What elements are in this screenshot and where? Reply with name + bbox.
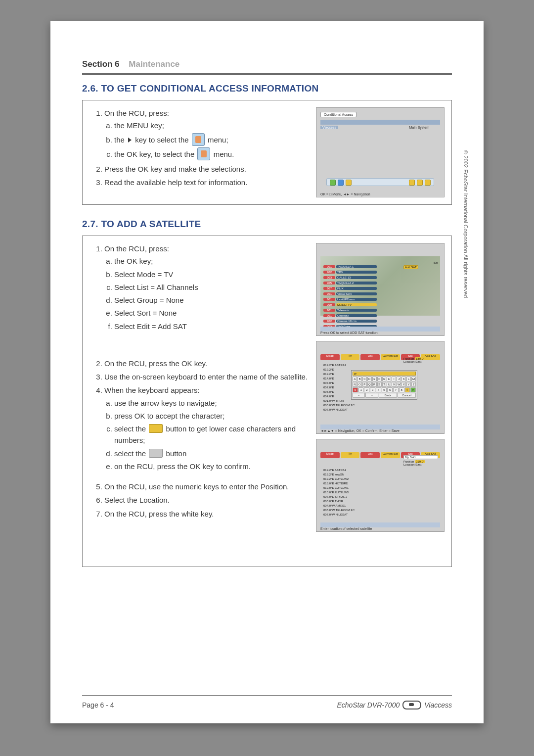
step-1a: the MENU key; — [114, 120, 309, 131]
s27-step-7: On the RCU, press the white key. — [104, 508, 309, 520]
shotA-help: Press OK to select ADD SAT function — [320, 331, 378, 334]
shot-subbar: Viaccess — [320, 126, 338, 129]
shotA-add-sat-btn: Add SAT — [403, 265, 418, 269]
step-1: On the RCU, press: the MENU key; the key… — [104, 107, 309, 160]
screenshot-add-sat-keyboard: ModeTVListCurrent SatSatAdd SAT Position… — [316, 341, 445, 434]
shot-help: OK = □ Menu, ◄► = Navigation — [320, 192, 370, 196]
s27-4a: use the arrow keys to navigate; — [114, 397, 309, 409]
s27-1d: Select Group = None — [114, 294, 309, 306]
footer-suffix: Viaccess — [424, 701, 452, 709]
s27-step-5: On the RCU, use the numeric keys to ente… — [104, 481, 309, 492]
shotA-channel-list: 301TAQUILLA 1302TBV303CALLE 13305TAQUILL… — [323, 264, 377, 330]
s27-step-4-text: When the keyboard appears: — [104, 386, 200, 394]
s27-4e: on the RCU, press the OK key to confirm. — [114, 461, 309, 472]
header-rule — [82, 73, 452, 75]
heading-2-7: 2.7. TO ADD A SATELLITE — [82, 219, 452, 230]
footer-model-text: EchoStar DVR-7000 — [337, 701, 400, 709]
screenshot-add-sat-list: ModeTVListCurrent SatSatNone Sat Add SAT… — [316, 243, 445, 336]
screenshot-conditional-access: Conditional Access Viaccess Main System … — [316, 107, 445, 197]
document-page: © 2002 EchoStar International Corporatio… — [50, 21, 484, 723]
s27-step-1-text: On the RCU, press: — [104, 244, 169, 253]
s27-4d-post: button — [166, 449, 187, 458]
step-1c: the OK key, to select the menu. — [114, 147, 309, 160]
s27-step-6: Select the Location. — [104, 494, 309, 506]
step-1b-post: menu; — [208, 136, 228, 144]
step-1b-mid: key to select the — [135, 136, 191, 144]
right-arrow-icon — [128, 138, 132, 142]
s27-4d-pre: select the — [114, 449, 148, 458]
step-1c-post: menu. — [214, 150, 234, 158]
shot-title: Conditional Access — [320, 112, 356, 117]
s27-1b: Select Mode = TV — [114, 269, 309, 280]
shotC-name: My Sat1 — [403, 455, 438, 459]
section-title: Maintenance — [129, 59, 179, 69]
enter-key-icon — [149, 449, 163, 458]
step-1-text: On the RCU, press: — [104, 109, 169, 117]
shotB-keyboard: pr ABCDEFGHIJKLM NOPQRSTUVWXYZ 012345678… — [351, 370, 417, 400]
shotB-help: ◄►▲▼ = Navigation, OK = Confirm, Enter =… — [320, 429, 400, 432]
s27-1a: the OK key; — [114, 255, 309, 267]
s27-4d: select the button — [114, 448, 309, 459]
page-number: Page 6 - 4 — [82, 701, 114, 709]
box-2-6: On the RCU, press: the MENU key; the key… — [82, 100, 452, 205]
brand-logo-icon — [402, 701, 421, 709]
s27-step-1: On the RCU, press: the OK key; Select Mo… — [104, 243, 309, 356]
screenshot-add-sat-position: ModeTVListCurrent SatSatAdd SAT My Sat1 … — [316, 439, 445, 532]
section-number: Section 6 — [82, 59, 120, 69]
shot-launcher — [326, 178, 434, 186]
footer-model: EchoStar DVR-7000 Viaccess — [337, 701, 452, 709]
shotB-loc-label: Location — [403, 360, 415, 363]
s27-4c-pre: select the — [114, 425, 148, 433]
step-1b: the key to select the menu; — [114, 133, 309, 146]
menu-icon — [192, 133, 205, 146]
shotB-kb-input: pr — [353, 372, 416, 376]
shotC-satlist: 019.2°E ASTRA1019.2°E sewSN019.2°E EUTEL… — [323, 468, 378, 517]
step-2: Press the OK key and make the selections… — [104, 163, 309, 175]
s27-1f: Select Edit = Add SAT — [114, 321, 309, 332]
box-2-7: On the RCU, press: the OK key; Select Mo… — [82, 236, 452, 567]
s27-step-3: Use the on-screen keyboard to enter the … — [104, 371, 309, 382]
s27-step-4: When the keyboard appears: use the arrow… — [104, 384, 309, 479]
section-header: Section 6 Maintenance — [82, 59, 452, 69]
step-3: Read the available help text for informa… — [104, 177, 309, 188]
shotC-loc-label: Location — [403, 463, 415, 466]
s27-1e: Select Sort = None — [114, 307, 309, 319]
shotB-loc-value: East — [415, 360, 421, 363]
menu-icon — [197, 147, 210, 160]
page-footer: Page 6 - 4 EchoStar DVR-7000 Viaccess — [82, 695, 452, 709]
heading-2-6: 2.6. TO GET CONDITIONAL ACCESS INFORMATI… — [82, 83, 452, 94]
shot-right-label: Main System — [409, 126, 429, 129]
shift-key-icon — [149, 424, 163, 433]
s27-1c: Select List = All Channels — [114, 282, 309, 293]
s27-4c: select the button to get lower case char… — [114, 423, 309, 446]
shotC-loc-value: East — [415, 463, 421, 466]
shotC-help: Enter location of selected satellite — [320, 527, 372, 530]
step-1b-pre: the — [114, 136, 127, 144]
s27-4b: press OK to accept the character; — [114, 410, 309, 422]
s27-step-2: On the RCU, press the OK key. — [104, 358, 309, 369]
side-copyright: © 2002 EchoStar International Corporatio… — [463, 150, 469, 298]
step-1c-pre: the OK key, to select the — [114, 150, 196, 158]
